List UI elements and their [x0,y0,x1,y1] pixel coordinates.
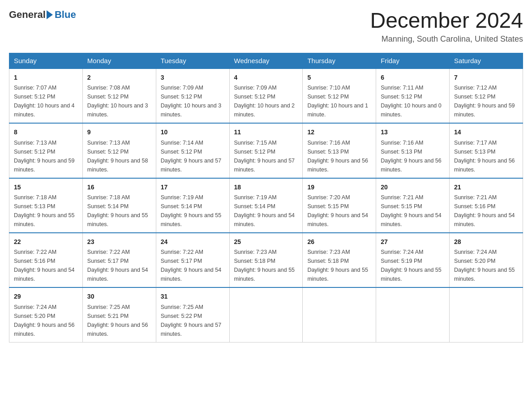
calendar-cell [229,287,303,342]
header-sunday: Sunday [9,53,83,68]
calendar-cell: 13Sunrise: 7:16 AMSunset: 5:13 PMDayligh… [376,123,450,178]
day-info: Sunrise: 7:19 AMSunset: 5:14 PMDaylight:… [234,193,298,229]
day-info: Sunrise: 7:16 AMSunset: 5:13 PMDaylight:… [381,138,445,174]
logo-arrow-icon [47,10,53,19]
day-info: Sunrise: 7:09 AMSunset: 5:12 PMDaylight:… [234,83,298,119]
calendar-cell: 27Sunrise: 7:24 AMSunset: 5:19 PMDayligh… [376,233,450,287]
calendar-cell: 19Sunrise: 7:20 AMSunset: 5:15 PMDayligh… [303,178,376,233]
day-number: 9 [87,127,151,137]
calendar-cell: 15Sunrise: 7:18 AMSunset: 5:13 PMDayligh… [9,178,83,233]
day-info: Sunrise: 7:22 AMSunset: 5:17 PMDaylight:… [87,248,151,283]
calendar-cell: 5Sunrise: 7:10 AMSunset: 5:12 PMDaylight… [303,68,376,123]
calendar-cell: 12Sunrise: 7:16 AMSunset: 5:13 PMDayligh… [303,123,376,178]
header-monday: Monday [82,53,156,68]
day-info: Sunrise: 7:24 AMSunset: 5:19 PMDaylight:… [381,248,445,283]
day-info: Sunrise: 7:24 AMSunset: 5:20 PMDaylight:… [14,303,78,338]
day-number: 16 [87,182,151,192]
calendar-cell: 18Sunrise: 7:19 AMSunset: 5:14 PMDayligh… [229,178,303,233]
day-number: 25 [234,237,298,247]
calendar-cell: 17Sunrise: 7:19 AMSunset: 5:14 PMDayligh… [156,178,229,233]
calendar-header-row: SundayMondayTuesdayWednesdayThursdayFrid… [9,53,523,68]
day-number: 21 [454,182,518,192]
page-header: General Blue December 2024 Manning, Sout… [9,9,523,44]
day-info: Sunrise: 7:15 AMSunset: 5:12 PMDaylight:… [234,138,298,174]
calendar-cell: 3Sunrise: 7:09 AMSunset: 5:12 PMDaylight… [156,68,229,123]
month-title: December 2024 [370,9,523,33]
calendar-cell: 14Sunrise: 7:17 AMSunset: 5:13 PMDayligh… [450,123,523,178]
day-number: 22 [14,237,78,247]
day-number: 4 [234,73,298,82]
calendar-table: SundayMondayTuesdayWednesdayThursdayFrid… [9,53,523,342]
day-info: Sunrise: 7:10 AMSunset: 5:12 PMDaylight:… [307,83,371,119]
day-info: Sunrise: 7:16 AMSunset: 5:13 PMDaylight:… [307,138,371,174]
calendar-week-4: 22Sunrise: 7:22 AMSunset: 5:16 PMDayligh… [9,233,523,287]
calendar-cell: 1Sunrise: 7:07 AMSunset: 5:12 PMDaylight… [9,68,83,123]
day-info: Sunrise: 7:21 AMSunset: 5:15 PMDaylight:… [381,193,445,229]
calendar-cell: 10Sunrise: 7:14 AMSunset: 5:12 PMDayligh… [156,123,229,178]
location-subtitle: Manning, South Carolina, United States [370,34,523,44]
day-info: Sunrise: 7:22 AMSunset: 5:17 PMDaylight:… [161,248,225,283]
day-info: Sunrise: 7:09 AMSunset: 5:12 PMDaylight:… [161,83,225,119]
day-number: 1 [14,73,78,82]
day-info: Sunrise: 7:18 AMSunset: 5:14 PMDaylight:… [87,193,151,229]
logo: General Blue [9,9,76,21]
day-number: 17 [161,182,225,192]
day-number: 24 [161,237,225,247]
day-info: Sunrise: 7:21 AMSunset: 5:16 PMDaylight:… [454,193,518,229]
day-info: Sunrise: 7:13 AMSunset: 5:12 PMDaylight:… [14,138,78,174]
day-number: 14 [454,127,518,137]
calendar-week-1: 1Sunrise: 7:07 AMSunset: 5:12 PMDaylight… [9,68,523,123]
calendar-cell: 6Sunrise: 7:11 AMSunset: 5:12 PMDaylight… [376,68,450,123]
day-info: Sunrise: 7:12 AMSunset: 5:12 PMDaylight:… [454,83,518,119]
calendar-cell: 26Sunrise: 7:23 AMSunset: 5:18 PMDayligh… [303,233,376,287]
day-number: 23 [87,237,151,247]
calendar-cell: 29Sunrise: 7:24 AMSunset: 5:20 PMDayligh… [9,287,83,342]
day-number: 28 [454,237,518,247]
header-saturday: Saturday [450,53,523,68]
day-info: Sunrise: 7:19 AMSunset: 5:14 PMDaylight:… [161,193,225,229]
day-number: 12 [307,127,371,137]
day-number: 11 [234,127,298,137]
calendar-cell: 25Sunrise: 7:23 AMSunset: 5:18 PMDayligh… [229,233,303,287]
day-number: 26 [307,237,371,247]
calendar-cell: 7Sunrise: 7:12 AMSunset: 5:12 PMDaylight… [450,68,523,123]
day-number: 30 [87,291,151,301]
day-info: Sunrise: 7:13 AMSunset: 5:12 PMDaylight:… [87,138,151,174]
calendar-cell: 11Sunrise: 7:15 AMSunset: 5:12 PMDayligh… [229,123,303,178]
calendar-cell: 24Sunrise: 7:22 AMSunset: 5:17 PMDayligh… [156,233,229,287]
day-number: 31 [161,291,225,301]
calendar-cell: 28Sunrise: 7:24 AMSunset: 5:20 PMDayligh… [450,233,523,287]
header-thursday: Thursday [303,53,376,68]
day-number: 19 [307,182,371,192]
day-number: 27 [381,237,445,247]
calendar-week-3: 15Sunrise: 7:18 AMSunset: 5:13 PMDayligh… [9,178,523,233]
day-info: Sunrise: 7:18 AMSunset: 5:13 PMDaylight:… [14,193,78,229]
day-number: 2 [87,73,151,82]
header-tuesday: Tuesday [156,53,229,68]
calendar-cell: 2Sunrise: 7:08 AMSunset: 5:12 PMDaylight… [82,68,156,123]
header-friday: Friday [376,53,450,68]
day-info: Sunrise: 7:24 AMSunset: 5:20 PMDaylight:… [454,248,518,283]
calendar-cell: 8Sunrise: 7:13 AMSunset: 5:12 PMDaylight… [9,123,83,178]
day-number: 7 [454,73,518,82]
day-info: Sunrise: 7:20 AMSunset: 5:15 PMDaylight:… [307,193,371,229]
title-section: December 2024 Manning, South Carolina, U… [370,9,523,44]
day-number: 18 [234,182,298,192]
calendar-cell: 23Sunrise: 7:22 AMSunset: 5:17 PMDayligh… [82,233,156,287]
day-info: Sunrise: 7:08 AMSunset: 5:12 PMDaylight:… [87,83,151,119]
calendar-cell [303,287,376,342]
calendar-cell: 20Sunrise: 7:21 AMSunset: 5:15 PMDayligh… [376,178,450,233]
calendar-cell: 30Sunrise: 7:25 AMSunset: 5:21 PMDayligh… [82,287,156,342]
day-number: 29 [14,291,78,301]
day-number: 20 [381,182,445,192]
calendar-cell: 31Sunrise: 7:25 AMSunset: 5:22 PMDayligh… [156,287,229,342]
calendar-cell [450,287,523,342]
day-info: Sunrise: 7:11 AMSunset: 5:12 PMDaylight:… [381,83,445,119]
day-info: Sunrise: 7:23 AMSunset: 5:18 PMDaylight:… [307,248,371,283]
day-info: Sunrise: 7:14 AMSunset: 5:12 PMDaylight:… [161,138,225,174]
day-info: Sunrise: 7:22 AMSunset: 5:16 PMDaylight:… [14,248,78,283]
day-info: Sunrise: 7:07 AMSunset: 5:12 PMDaylight:… [14,83,78,119]
day-info: Sunrise: 7:25 AMSunset: 5:22 PMDaylight:… [161,303,225,338]
calendar-week-2: 8Sunrise: 7:13 AMSunset: 5:12 PMDaylight… [9,123,523,178]
day-number: 13 [381,127,445,137]
